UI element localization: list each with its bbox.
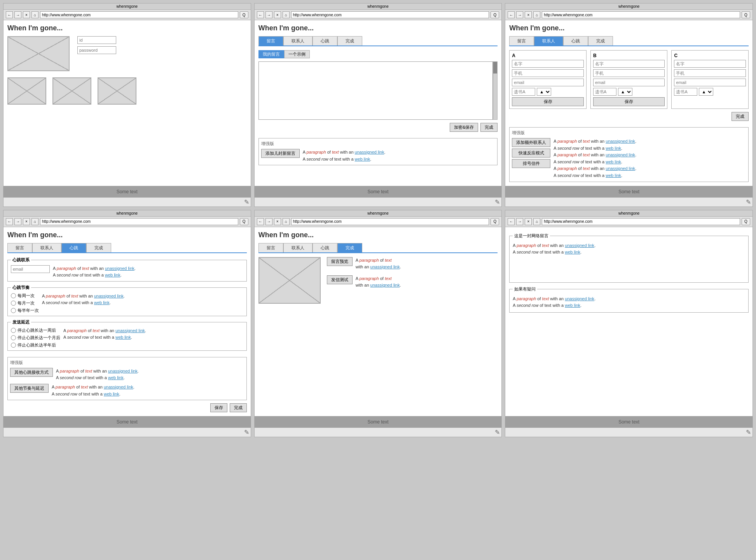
col-c-will-select[interactable]: ▲: [699, 88, 713, 96]
letter-textarea[interactable]: [258, 61, 493, 120]
col-b-name[interactable]: [593, 60, 665, 68]
col-c-email[interactable]: [674, 79, 746, 86]
tab-2-lianxi[interactable]: 联系人: [283, 36, 313, 46]
col-a-will-select[interactable]: ▲: [537, 88, 551, 96]
back-btn-2[interactable]: ←: [257, 11, 264, 18]
ranked-letter-btn[interactable]: 排号信件: [512, 159, 550, 168]
url-bar-4[interactable]: [40, 218, 238, 225]
col-a-will[interactable]: [512, 88, 535, 96]
tab-3-liuyan[interactable]: 留言: [509, 36, 534, 46]
col-b-email[interactable]: [593, 79, 665, 86]
url-bar-1[interactable]: [40, 11, 238, 18]
tab-4-lianxi[interactable]: 联系人: [32, 243, 61, 252]
send-test-btn[interactable]: 发信测试: [327, 275, 353, 284]
col-c-name[interactable]: [674, 60, 746, 68]
close-btn-2[interactable]: ×: [274, 11, 281, 18]
tab-4-wancheng[interactable]: 完成: [86, 243, 111, 252]
col-a-save[interactable]: 保存: [512, 97, 584, 106]
forward-btn-3[interactable]: →: [516, 11, 523, 18]
forward-btn-2[interactable]: →: [265, 11, 272, 18]
home-btn-6[interactable]: ⌂: [533, 218, 540, 225]
search-btn-1[interactable]: Q: [240, 11, 248, 18]
col-c-phone[interactable]: [674, 69, 746, 77]
col-b-save[interactable]: 保存: [593, 97, 665, 106]
back-btn-6[interactable]: ←: [508, 218, 515, 225]
col-a-name[interactable]: [512, 60, 584, 68]
close-btn-1[interactable]: ×: [23, 11, 30, 18]
url-bar-6[interactable]: [542, 218, 740, 225]
search-btn-4[interactable]: Q: [240, 218, 248, 225]
close-btn-4[interactable]: ×: [23, 218, 30, 225]
home-btn-2[interactable]: ⌂: [283, 11, 290, 18]
forward-btn-5[interactable]: →: [265, 218, 272, 225]
tab-4-liuyan[interactable]: 留言: [7, 243, 32, 252]
radio-stop2[interactable]: 停止心跳长达一个月后: [11, 335, 60, 341]
close-btn-5[interactable]: ×: [274, 218, 281, 225]
col-b-will[interactable]: [593, 88, 616, 96]
search-btn-6[interactable]: Q: [742, 218, 750, 225]
search-btn-3[interactable]: Q: [742, 11, 750, 18]
home-btn-3[interactable]: ⌂: [533, 11, 540, 18]
done-btn-2[interactable]: 完成: [480, 123, 498, 132]
search-btn-2[interactable]: Q: [491, 11, 499, 18]
premium-content-4-b: 其他节奏与延迟 A paragraph of text with an unas…: [10, 384, 244, 397]
para-1-2: A paragraph of text with an unassigned l…: [303, 149, 495, 163]
add-letter-btn[interactable]: 添加儿封新留言: [261, 149, 300, 158]
other-receive-btn[interactable]: 其他心跳接收方式: [10, 368, 53, 377]
col-b-will-select[interactable]: ▲: [618, 88, 632, 96]
tab-bar-2: 留言 联系人 心跳 完成: [258, 36, 498, 46]
home-btn-1[interactable]: ⌂: [31, 11, 38, 18]
col-c-will[interactable]: [674, 88, 697, 96]
home-btn-4[interactable]: ⌂: [31, 218, 38, 225]
tab-3-xintiao[interactable]: 心跳: [563, 36, 588, 46]
scrollbar-2[interactable]: [493, 61, 498, 120]
radio-biannual[interactable]: 每半年一次: [11, 308, 39, 313]
add-contact-btn[interactable]: 添加额外联系人: [512, 138, 550, 147]
search-btn-5[interactable]: Q: [491, 218, 499, 225]
radio-stop3[interactable]: 停止心跳长达半年后: [11, 342, 60, 348]
other-rhythm-btn[interactable]: 其他节奏与延迟: [10, 384, 49, 393]
close-btn-3[interactable]: ×: [525, 11, 532, 18]
radio-weekly[interactable]: 每周一次: [11, 293, 39, 299]
sub-tab-myletters[interactable]: 我的留言: [258, 50, 284, 58]
back-btn-4[interactable]: ←: [6, 218, 13, 225]
preview-letter-btn[interactable]: 留言预览: [327, 257, 353, 266]
sub-tab-example[interactable]: 一个示例: [284, 50, 310, 58]
radio-monthly[interactable]: 每月一次: [11, 300, 39, 306]
tab-2-wancheng[interactable]: 完成: [337, 36, 362, 46]
done-btn-4[interactable]: 完成: [230, 403, 247, 412]
tab-2-liuyan[interactable]: 留言: [258, 36, 283, 46]
tab-4-xintiao[interactable]: 心跳: [61, 243, 86, 252]
home-btn-5[interactable]: ⌂: [283, 218, 290, 225]
url-bar-3[interactable]: [542, 11, 740, 18]
content-4: When I'm gone... 留言 联系人 心跳 完成 心跳联系 A par…: [3, 227, 251, 416]
save-btn-4[interactable]: 保存: [210, 403, 227, 412]
col-a-email[interactable]: [512, 79, 584, 86]
quick-response-btn[interactable]: 快速反应模式: [512, 149, 550, 158]
url-bar-5[interactable]: [291, 218, 489, 225]
password-input[interactable]: [77, 46, 116, 54]
id-input[interactable]: [77, 36, 116, 44]
forward-btn-4[interactable]: →: [14, 218, 21, 225]
tab-5-liuyan[interactable]: 留言: [258, 243, 283, 252]
tab-2-xintiao[interactable]: 心跳: [313, 36, 337, 46]
heart-email-input[interactable]: [11, 265, 50, 273]
done-btn-3[interactable]: 完成: [732, 112, 749, 121]
tab-5-xintiao[interactable]: 心跳: [313, 243, 337, 252]
col-a-phone[interactable]: [512, 69, 584, 77]
radio-stop1[interactable]: 停止心跳长达一周后: [11, 327, 60, 333]
close-btn-6[interactable]: ×: [525, 218, 532, 225]
url-bar-2[interactable]: [291, 11, 489, 18]
back-btn-3[interactable]: ←: [508, 11, 515, 18]
forward-btn-6[interactable]: →: [516, 218, 523, 225]
back-btn-1[interactable]: ←: [6, 11, 13, 18]
tab-5-wancheng[interactable]: 完成: [337, 243, 362, 252]
back-btn-5[interactable]: ←: [257, 218, 264, 225]
tab-3-lianxi[interactable]: 联系人: [534, 36, 563, 46]
tab-3-wancheng[interactable]: 完成: [588, 36, 613, 46]
contact-col-b: B ▲ 保存: [590, 50, 668, 109]
col-b-phone[interactable]: [593, 69, 665, 77]
encrypt-save-btn[interactable]: 加密&保存: [450, 123, 478, 132]
tab-5-lianxi[interactable]: 联系人: [283, 243, 313, 252]
forward-btn-1[interactable]: →: [14, 11, 21, 18]
